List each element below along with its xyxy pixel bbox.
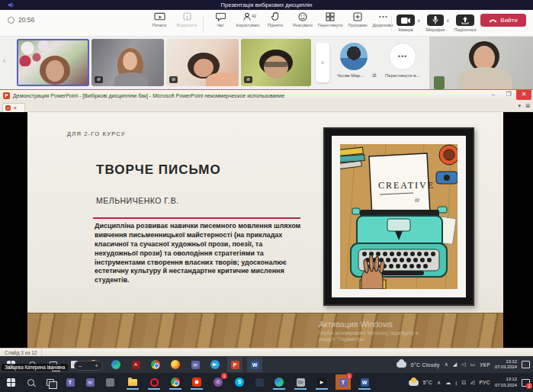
ppt-tabstrip: ▱ ✕ ▾ ⊠ — [0, 101, 533, 112]
viber-icon[interactable]: ✆1 — [210, 374, 226, 390]
app-gz-icon[interactable]: Gz — [293, 374, 308, 390]
display-cast-icon[interactable]: ⊡ — [461, 380, 466, 386]
ppt-titlebar[interactable]: P Демонстрация PowerPoint - [Вибіркові д… — [0, 89, 533, 101]
video-tile-1[interactable] — [17, 39, 89, 86]
screen: Презентація вибіркових дисциплін 20:56 П… — [0, 0, 533, 392]
weather-sun-cloud-icon[interactable] — [409, 380, 419, 386]
word-taskbar-icon[interactable]: W — [247, 357, 262, 372]
mic-chevron[interactable]: ∨ — [446, 18, 449, 23]
start-button[interactable] — [3, 374, 18, 390]
battery-icon[interactable]: ▭ — [470, 361, 476, 368]
video-tile-2[interactable]: ⊘ — [92, 39, 164, 86]
magnifier-control[interactable]: – + — [74, 361, 103, 371]
language-indicator[interactable]: РУС — [479, 380, 490, 385]
telegram-icon[interactable] — [207, 357, 223, 372]
mic-button[interactable] — [427, 14, 444, 26]
volume-muted-icon[interactable]: ◁̸ — [470, 380, 474, 386]
share-button[interactable] — [456, 14, 474, 26]
unpin-button[interactable]: Відкріпити — [174, 12, 200, 27]
file-explorer-icon[interactable] — [125, 374, 140, 390]
apps-button[interactable]: Програми — [345, 12, 371, 27]
clock[interactable]: 13:1207.03.2024 — [495, 377, 517, 387]
opera-icon[interactable] — [146, 374, 162, 390]
minimize-button[interactable]: – — [486, 90, 501, 100]
notification-icon[interactable] — [522, 361, 530, 368]
weather-cloud-icon[interactable] — [397, 361, 406, 368]
present-button[interactable]: Почати — [146, 12, 172, 27]
raise-hand-button[interactable]: Підняти — [262, 12, 288, 27]
tab-close-icon[interactable]: ✕ — [13, 105, 17, 111]
paper: CREATIVE /// — [369, 153, 435, 217]
app-gray-icon[interactable] — [102, 374, 117, 390]
zoom-out-icon[interactable]: – — [79, 362, 82, 369]
powerpoint-taskbar-icon[interactable]: P — [227, 357, 242, 372]
react-button[interactable]: Реагувати — [290, 12, 316, 27]
chat-button[interactable]: Чат — [207, 12, 233, 27]
weather-text[interactable]: 0°C Cloudy — [411, 362, 440, 368]
teams-icon[interactable]: T — [63, 374, 78, 390]
media-player-icon[interactable]: ▶ — [314, 374, 329, 390]
leave-button[interactable]: Вийти — [480, 14, 526, 27]
skype-icon[interactable]: S — [232, 374, 247, 390]
chrome-icon[interactable] — [168, 374, 183, 390]
teams-toolbar: 20:56 Почати Відкріпити Чат 42 Користува… — [0, 10, 533, 37]
task-view-button[interactable] — [43, 374, 58, 390]
word-taskbar-icon[interactable]: W — [357, 374, 372, 390]
overflow-participants-button[interactable]: ••• — [389, 43, 416, 70]
clock[interactable]: 13:1207.03.2024 — [495, 359, 517, 370]
edge-icon[interactable] — [271, 374, 287, 390]
meeting-title: Презентація вибіркових дисциплін — [221, 2, 313, 8]
tray-expand-icon[interactable]: ∧ — [445, 361, 448, 368]
dropdown-chevron-icon[interactable]: ▾ — [519, 103, 522, 109]
activation-watermark: Активация Windows Чтобы активировать Win… — [319, 320, 419, 343]
slide-icon: ▱ — [5, 105, 11, 111]
mail-icon[interactable]: ✉ — [82, 374, 98, 390]
toolbar-separator — [203, 16, 204, 31]
chrome-icon[interactable] — [148, 357, 163, 372]
strip-scroll-left[interactable]: ‹ — [3, 56, 5, 65]
coffee-cup — [436, 145, 458, 184]
restore-button[interactable]: ❐ — [501, 90, 516, 100]
muted-mic-icon: ⊘ — [244, 76, 252, 83]
slide-body: Дисципліна розвиває навички писемного мо… — [95, 222, 302, 285]
zoom-in-icon[interactable]: + — [95, 362, 98, 369]
mic-tray-icon[interactable]: ꞁ — [455, 380, 457, 386]
strip-scroll-right[interactable]: › — [316, 43, 329, 82]
shoulders — [114, 72, 148, 86]
edge-icon[interactable] — [108, 357, 124, 372]
close-button[interactable]: ✕ — [516, 90, 531, 100]
volume-icon[interactable]: ◁ — [461, 361, 465, 368]
notification-icon[interactable]: 2 — [522, 379, 530, 387]
acrobat-icon[interactable]: A — [128, 357, 143, 372]
mail-icon[interactable]: ✉ — [188, 357, 203, 372]
accent-line — [93, 217, 300, 219]
language-indicator[interactable]: УКР — [480, 362, 490, 368]
network-icon[interactable]: ◢ — [453, 361, 457, 368]
tray-expand-icon[interactable]: ∧ — [437, 380, 441, 386]
slide-counter: Слайд 3 из 12 — [0, 349, 42, 356]
face — [46, 60, 64, 82]
video-tile-3[interactable]: ⊘ — [166, 39, 239, 86]
ppt-statusbar: Слайд 3 из 12 — [0, 348, 533, 356]
view-icon — [326, 12, 335, 21]
participant-avatar[interactable] — [340, 43, 368, 70]
video-tile-4[interactable]: ⊘ — [241, 39, 311, 86]
slideshow-tab[interactable]: ▱ ✕ — [2, 103, 25, 112]
weather-text[interactable]: 5°C — [423, 380, 432, 385]
search-button[interactable] — [23, 374, 38, 390]
local-taskbar: T ✉ ✆1 S Gz ▶ T1 W 5°C ∧ ☁ ꞁ ⊡ ◁̸ РУС 13… — [0, 373, 533, 392]
video-tile-speaker[interactable] — [429, 37, 533, 89]
firefox-icon[interactable] — [168, 357, 183, 372]
participants-button[interactable]: 42 Користувачі — [235, 12, 261, 27]
view-button[interactable]: Переглянути — [317, 12, 343, 27]
camera-chevron[interactable]: ∨ — [417, 18, 420, 23]
powerpoint-icon: P — [3, 92, 10, 99]
teams-active-icon[interactable]: T1 — [336, 374, 351, 390]
svg-text:///: /// — [415, 198, 419, 203]
onedrive-icon[interactable]: ☁ — [445, 380, 451, 386]
expand-icon[interactable]: ⊠ — [525, 103, 530, 109]
camera-button[interactable] — [397, 14, 415, 26]
browser-red-icon[interactable] — [189, 374, 204, 390]
app-dark-icon[interactable] — [252, 374, 267, 390]
picture-mat: CREATIVE /// — [332, 136, 466, 297]
